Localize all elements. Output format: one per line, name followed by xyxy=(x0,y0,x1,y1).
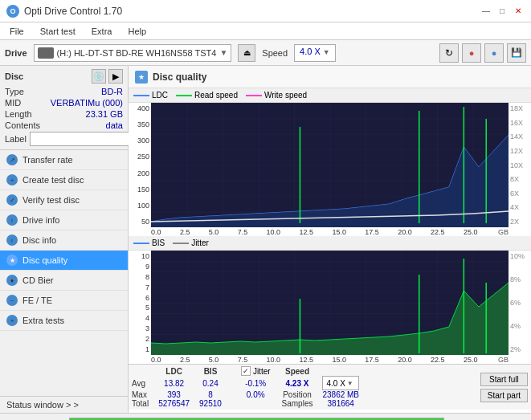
sidebar-item-drive-info[interactable]: i Drive info xyxy=(0,210,128,230)
disc-section: Disc 💿 ▶ Type BD-R MID VERBATIMu (000) L… xyxy=(0,66,128,150)
settings-button[interactable]: ● xyxy=(462,43,481,63)
speed-value: 4.23 X xyxy=(276,376,318,390)
chart2-y-axis-left: 10987654321 xyxy=(129,251,151,355)
create-test-disc-label: Create test disc xyxy=(22,175,84,185)
jitter-legend-color xyxy=(173,243,189,244)
transfer-rate-label: Transfer rate xyxy=(22,155,73,165)
content-area: ★ Disc quality LDC Read speed Write spee… xyxy=(129,66,531,413)
title-bar: O Opti Drive Control 1.70 — □ ✕ xyxy=(0,0,531,22)
menu-start-test[interactable]: Start test xyxy=(37,25,79,38)
max-bis: 8 xyxy=(194,390,227,399)
position-label: Position xyxy=(276,390,318,399)
save-button[interactable]: 💾 xyxy=(507,43,526,63)
read-legend-label: Read speed xyxy=(194,91,238,100)
chart2-plot xyxy=(151,251,509,355)
disc-length-value: 23.31 GB xyxy=(86,109,123,119)
drive-value: (H:) HL-DT-ST BD-RE WH16NS58 TST4 xyxy=(57,48,217,58)
max-ldc: 393 xyxy=(153,390,194,399)
bis-legend-label: BIS xyxy=(152,239,165,247)
sidebar: Disc 💿 ▶ Type BD-R MID VERBATIMu (000) L… xyxy=(0,66,129,413)
cd-bier-label: CD Bier xyxy=(22,275,54,285)
disc-quality-label: Disc quality xyxy=(22,255,67,265)
menu-extra[interactable]: Extra xyxy=(88,25,116,38)
disc-icon-btn2[interactable]: ▶ xyxy=(108,69,123,84)
sidebar-item-fe-te[interactable]: ~ FE / TE xyxy=(0,291,128,311)
sidebar-item-transfer-rate[interactable]: ↗ Transfer rate xyxy=(0,150,128,170)
bis-legend-color xyxy=(133,243,149,244)
start-part-button[interactable]: Start part xyxy=(480,389,528,402)
drive-selector[interactable]: (H:) HL-DT-ST BD-RE WH16NS58 TST4 ▼ xyxy=(34,44,232,62)
disc-quality-icon: ★ xyxy=(6,255,18,266)
disc-contents-value: data xyxy=(106,120,123,130)
speed-selector[interactable]: 4.0 X ▼ xyxy=(294,44,336,62)
sidebar-item-extra-tests[interactable]: + Extra tests xyxy=(0,311,128,331)
sidebar-item-create-test-disc[interactable]: + Create test disc xyxy=(0,170,128,190)
chart1-y-axis-left: 40035030025020015010050 xyxy=(129,103,151,227)
ldc-legend-color xyxy=(133,95,149,96)
drive-info-icon: i xyxy=(6,214,18,226)
extra-tests-icon: + xyxy=(6,315,18,326)
progress-track xyxy=(69,418,444,421)
eject-button[interactable]: ⏏ xyxy=(238,44,255,62)
start-full-button[interactable]: Start full xyxy=(480,373,528,386)
quality-header-icon: ★ xyxy=(135,71,148,84)
transfer-rate-icon: ↗ xyxy=(6,154,18,165)
menu-bar: File Start test Extra Help xyxy=(0,22,531,40)
sidebar-item-cd-bier[interactable]: ♦ CD Bier xyxy=(0,271,128,291)
extra-tests-label: Extra tests xyxy=(22,316,64,325)
chart2-legend: BIS Jitter xyxy=(129,236,531,251)
write-legend-color xyxy=(246,95,262,96)
jitter-checkbox-row: Jitter xyxy=(241,366,271,376)
minimize-button[interactable]: — xyxy=(480,5,492,18)
disc-mid-value: VERBATIMu (000) xyxy=(51,98,123,108)
avg-label: Avg xyxy=(132,376,153,390)
sidebar-item-disc-quality[interactable]: ★ Disc quality xyxy=(0,251,128,271)
main-area: Disc 💿 ▶ Type BD-R MID VERBATIMu (000) L… xyxy=(0,66,531,413)
avg-ldc: 13.82 xyxy=(153,376,194,390)
chart2-wrap: 10987654321 xyxy=(129,251,531,355)
sidebar-item-verify-test-disc[interactable]: ✓ Verify test disc xyxy=(0,190,128,210)
jitter-col-header: Jitter xyxy=(253,367,271,376)
nav-items: ↗ Transfer rate + Create test disc ✓ Ver… xyxy=(0,150,128,396)
total-label: Total xyxy=(132,399,153,408)
disc-type-value: BD-R xyxy=(101,87,123,96)
chart2-y-axis-right: 10%8%6%4%2% xyxy=(509,251,531,355)
speed-value: 4.0 X xyxy=(300,47,321,56)
stats-table: LDC BIS Jitter Speed Avg 13.82 0. xyxy=(132,366,364,408)
jitter-checkbox[interactable] xyxy=(241,366,251,376)
chart1-y-axis-right: 18X16X14X12X10X8X6X4X2X xyxy=(509,103,531,227)
write-legend-label: Write speed xyxy=(264,91,307,100)
info-button[interactable]: ● xyxy=(484,43,504,63)
progress-bar-area: Test completed 100.0% 31:55 xyxy=(0,413,531,420)
bis-col-header: BIS xyxy=(194,366,227,376)
max-label: Max xyxy=(132,390,153,399)
total-ldc: 5276547 xyxy=(153,399,194,408)
verify-test-disc-icon: ✓ xyxy=(6,194,18,206)
disc-section-label: Disc xyxy=(5,71,23,81)
disc-info-label: Disc info xyxy=(22,235,56,245)
avg-jitter: -0.1% xyxy=(236,376,276,390)
disc-info-icon: i xyxy=(6,234,18,246)
menu-file[interactable]: File xyxy=(6,25,27,38)
fe-te-label: FE / TE xyxy=(22,296,52,305)
status-window-button[interactable]: Status window > > xyxy=(0,396,128,413)
sidebar-item-disc-info[interactable]: i Disc info xyxy=(0,230,128,251)
read-legend-color xyxy=(176,95,192,96)
speed-selector-stats[interactable]: 4.0 X ▼ xyxy=(322,376,359,390)
disc-icon-btn1[interactable]: 💿 xyxy=(92,69,106,84)
max-jitter: 0.0% xyxy=(236,390,276,399)
refresh-button[interactable]: ↻ xyxy=(439,43,459,63)
close-button[interactable]: ✕ xyxy=(512,5,525,18)
disc-label-input[interactable] xyxy=(30,132,137,146)
ldc-legend-label: LDC xyxy=(152,91,168,100)
disc-type-label: Type xyxy=(5,87,24,96)
speed-label: Speed xyxy=(262,48,288,58)
ldc-col-header: LDC xyxy=(153,366,194,376)
action-buttons: Start full Start part xyxy=(480,373,528,402)
drive-info-label: Drive info xyxy=(22,215,59,225)
cd-bier-icon: ♦ xyxy=(6,275,18,286)
drive-label: Drive xyxy=(5,48,27,58)
chart1-x-axis: 0.02.55.07.510.012.515.017.520.022.525.0… xyxy=(129,227,531,236)
menu-help[interactable]: Help xyxy=(125,25,149,38)
maximize-button[interactable]: □ xyxy=(496,5,509,18)
